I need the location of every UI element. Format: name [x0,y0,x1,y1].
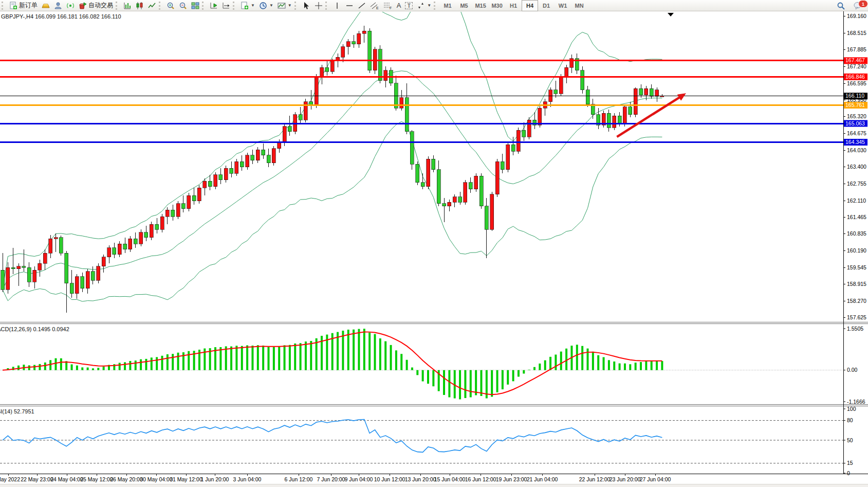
price-tick-label: 160.835 [847,230,866,237]
main-chart-plot[interactable] [0,11,843,313]
candle-body [516,130,520,151]
bollinger-middle-band [3,71,662,290]
candle-body [38,263,42,270]
candle-body [427,159,430,186]
macd-tick-label: 1.5505 [847,326,863,332]
candle-body [144,232,148,238]
periods-button[interactable]: ▼ [257,0,275,11]
candle-body [278,142,281,149]
time-tick-label: 13 Jun 20:00 [405,476,436,482]
chart-profile-button[interactable]: ▼ [275,0,294,11]
price-tick-label: 166.595 [847,80,866,86]
arrows-tool-button[interactable]: ▼ [415,0,433,11]
chevron-down-icon: ▼ [288,3,292,8]
rsi-panel[interactable] [0,419,843,463]
toolbar-grip[interactable] [294,2,299,10]
timeframe-h1[interactable]: H1 [505,0,522,11]
candle-body [299,115,302,120]
candle-body [469,183,472,189]
equidistant-channel-button[interactable]: E [368,0,381,11]
person-button[interactable] [52,0,64,11]
toolbar-grip[interactable] [434,2,438,10]
price-tick-label: 158.270 [847,298,866,304]
candle-body [288,127,291,132]
bars-chart-button[interactable] [121,0,134,11]
signals-icon [66,2,75,10]
text-label-button[interactable]: T [403,0,415,11]
new-order-label: 新订单 [19,1,38,10]
candle-body [197,188,201,201]
new-chart-button[interactable]: ▼ [238,0,257,11]
candle-body [421,183,424,187]
toolbar-grip[interactable] [325,2,329,10]
candle-body [330,61,334,71]
tile-windows-button[interactable] [189,0,201,11]
candle-body [240,161,244,167]
time-tick-label: 31 May 12:00 [170,476,202,482]
candle-body [410,132,414,165]
candle-body [304,102,307,120]
rsi-tick-label: 50 [847,437,853,443]
chevron-down-icon: ▼ [251,3,255,8]
zoom-out-button[interactable] [177,0,189,11]
arrows-icon [417,2,425,10]
candle-body [134,239,137,244]
timeframe-m15[interactable]: M15 [472,0,489,11]
timeframe-w1[interactable]: W1 [555,0,571,11]
gold-ingot-button[interactable] [40,0,52,11]
candle-body [81,277,84,288]
toolbar-grip[interactable] [233,2,237,10]
crosshair-button[interactable] [312,0,325,11]
text-button[interactable]: A [395,0,403,11]
price-level-badge-text: 167.467 [845,57,865,63]
horizontal-line-button[interactable] [343,0,356,11]
svg-text:F: F [390,6,392,10]
candle-body [1,270,5,290]
auto-scroll-button[interactable] [208,0,220,11]
candlesticks-chart-button[interactable] [134,0,146,11]
price-tick-label: 169.160 [847,13,866,19]
candle-body [416,164,419,183]
candle-body [181,204,185,209]
vertical-line-button[interactable] [331,0,343,11]
notifications-button[interactable]: 1 [852,0,865,11]
toolbar-grip[interactable] [2,2,6,10]
search-button[interactable] [835,0,847,11]
chart-shift-marker[interactable] [668,13,674,16]
price-tick-label: 162.755 [847,181,866,187]
toolbar-grip[interactable] [116,2,120,10]
candle-body [139,232,143,244]
chart-shift-button[interactable] [220,0,232,11]
zoom-in-button[interactable] [164,0,177,11]
cursor-button[interactable] [300,0,312,11]
line-chart-button[interactable] [146,0,158,11]
candle-body [490,194,494,230]
signals-button[interactable] [64,0,77,11]
time-tick-label: 22 May 23:00 [21,476,53,482]
macd-panel[interactable] [0,329,843,399]
timeframe-d1[interactable]: D1 [538,0,555,11]
candle-body [405,98,409,132]
timeframe-h4[interactable]: H4 [522,0,538,11]
candle-body [394,83,398,108]
price-axis[interactable]: 169.160168.515167.885167.240166.595165.9… [843,13,867,476]
candle-body [11,267,15,269]
chart-canvas[interactable]: 169.160168.515167.885167.240166.595165.9… [0,11,868,487]
timeframe-m5[interactable]: M5 [456,0,472,11]
timeframe-m1[interactable]: M1 [439,0,456,11]
candle-body [453,197,456,202]
timeframe-m30[interactable]: M30 [489,0,505,11]
trendline-button[interactable] [356,0,368,11]
candle-body [22,266,26,268]
fibonacci-button[interactable]: F [381,0,395,11]
toolbar-grip[interactable] [159,2,163,10]
autotrading-button[interactable]: 自动交易 [77,0,115,11]
candle-body [192,195,196,201]
candle-body [384,70,387,81]
timeframe-mn[interactable]: MN [571,0,587,11]
time-axis[interactable]: May 202222 May 23:0024 May 04:0025 May 1… [0,474,671,482]
clock-icon [259,2,267,10]
toolbar-grip[interactable] [202,2,206,10]
new-order-button[interactable]: 新订单 [7,0,40,11]
vertical-line-icon [333,2,341,10]
